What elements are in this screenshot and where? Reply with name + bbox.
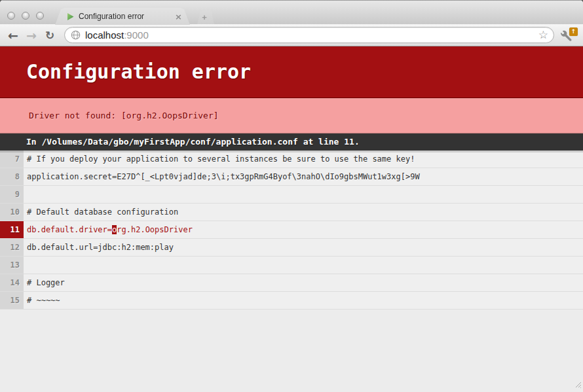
window-controls <box>7 12 44 20</box>
new-tab-button[interactable]: + <box>195 10 214 24</box>
code-line: 8 application.secret=E27D^[_<Lpt0vjad]de… <box>0 168 583 186</box>
play-favicon-icon <box>66 12 75 21</box>
error-location: In /Volumes/Data/gbo/myFirstApp/conf/app… <box>0 134 583 151</box>
reload-button[interactable]: ↻ <box>42 27 58 43</box>
code-line: 14 # Logger <box>0 274 583 292</box>
code-line: 13 <box>0 257 583 274</box>
line-number: 14 <box>0 274 24 291</box>
line-number: 11 <box>0 221 24 238</box>
browser-toolbar: ← → ↻ localhost:9000 ☆ ↑ <box>0 24 583 46</box>
code-line: 15 # ~~~~~ <box>0 292 583 310</box>
line-number: 13 <box>0 257 24 274</box>
line-code: # If you deploy your application to seve… <box>24 151 583 168</box>
code-line: 7 # If you deploy your application to se… <box>0 151 583 168</box>
back-arrow-icon: ← <box>8 28 18 43</box>
line-number: 8 <box>0 168 24 185</box>
tab-title: Configuration error <box>79 12 171 21</box>
address-bar[interactable]: localhost:9000 ☆ <box>64 27 554 43</box>
reload-icon: ↻ <box>45 29 54 42</box>
line-code: # Default database configuration <box>24 204 583 221</box>
line-number: 7 <box>0 151 24 168</box>
browser-window: Configuration error × + ← → ↻ localhost <box>0 0 583 392</box>
line-number: 9 <box>0 186 24 203</box>
update-badge-icon: ↑ <box>569 27 578 36</box>
line-code <box>24 257 583 274</box>
code-line-error: 11 db.default.driver=org.h2.OopsDriver <box>0 221 583 239</box>
page-title: Configuration error <box>0 46 583 98</box>
code-line: 9 <box>0 186 583 204</box>
bookmark-star-icon[interactable]: ☆ <box>538 29 548 41</box>
line-code: application.secret=E27D^[_<Lpt0vjad]de;3… <box>24 168 583 185</box>
plus-icon: + <box>202 12 207 22</box>
error-page: Configuration error Driver not found: [o… <box>0 46 583 392</box>
code-after-marker: rg.h2.OopsDriver <box>117 225 193 234</box>
line-code: db.default.url=jdbc:h2:mem:play <box>24 239 583 256</box>
line-code: db.default.driver=org.h2.OopsDriver <box>24 221 583 238</box>
line-number: 10 <box>0 204 24 221</box>
code-line: 12 db.default.url=jdbc:h2:mem:play <box>0 239 583 257</box>
url-text: localhost:9000 <box>85 29 534 41</box>
line-number: 12 <box>0 239 24 256</box>
url-host: localhost <box>85 29 124 41</box>
wrench-menu-button[interactable]: ↑ <box>559 27 578 44</box>
error-detail: Driver not found: [org.h2.OopsDriver] <box>0 98 583 134</box>
globe-icon <box>71 30 81 40</box>
line-code: # Logger <box>24 274 583 291</box>
line-number: 15 <box>0 292 24 309</box>
tab-close-icon[interactable]: × <box>175 12 182 21</box>
code-before-marker: db.default.driver= <box>27 225 112 234</box>
close-window-button[interactable] <box>7 12 15 20</box>
tab-configuration-error[interactable]: Configuration error × <box>55 8 190 25</box>
zoom-window-button[interactable] <box>36 12 44 20</box>
back-button[interactable]: ← <box>5 27 21 43</box>
url-port: :9000 <box>124 29 149 41</box>
up-arrow-icon: ↑ <box>571 28 576 35</box>
titlebar: Configuration error × + <box>0 0 583 24</box>
resize-grip[interactable] <box>573 378 582 391</box>
line-code: # ~~~~~ <box>24 292 583 309</box>
line-code <box>24 186 583 203</box>
forward-arrow-icon: → <box>26 28 37 43</box>
minimize-window-button[interactable] <box>22 12 29 20</box>
forward-button[interactable]: → <box>24 27 39 43</box>
code-line: 10 # Default database configuration <box>0 204 583 221</box>
